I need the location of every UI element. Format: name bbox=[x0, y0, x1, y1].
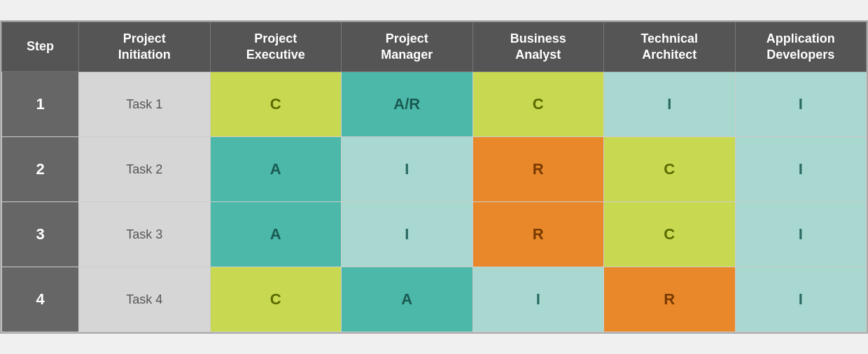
task-cell: Task 3 bbox=[79, 202, 211, 267]
col-header-application-developers: ApplicationDevelopers bbox=[735, 22, 867, 72]
raci-cell-technical_architect: C bbox=[604, 202, 736, 267]
col-header-step: Step bbox=[2, 22, 79, 72]
task-cell: Task 1 bbox=[79, 72, 211, 137]
header-row: Step ProjectInitiation ProjectExecutive … bbox=[2, 22, 867, 72]
col-header-project-initiation: ProjectInitiation bbox=[79, 22, 211, 72]
col-header-business-analyst: BusinessAnalyst bbox=[472, 22, 604, 72]
raci-cell-project_executive: C bbox=[210, 267, 342, 332]
raci-cell-project_manager: A/R bbox=[342, 72, 473, 137]
raci-cell-application_developers: I bbox=[735, 267, 867, 332]
table-row: 1Task 1CA/RCII bbox=[2, 72, 867, 137]
raci-cell-project_executive: A bbox=[210, 137, 342, 202]
raci-cell-application_developers: I bbox=[735, 137, 867, 202]
raci-table: Step ProjectInitiation ProjectExecutive … bbox=[0, 20, 868, 334]
raci-cell-project_executive: C bbox=[210, 72, 342, 137]
raci-cell-project_executive: A bbox=[210, 202, 342, 267]
raci-cell-business_analyst: I bbox=[472, 267, 604, 332]
step-cell: 2 bbox=[2, 137, 79, 202]
col-header-project-manager: ProjectManager bbox=[342, 22, 473, 72]
table-row: 3Task 3AIRCI bbox=[2, 202, 867, 267]
raci-cell-project_manager: I bbox=[342, 202, 473, 267]
task-cell: Task 2 bbox=[79, 137, 211, 202]
raci-cell-project_manager: A bbox=[342, 267, 473, 332]
task-cell: Task 4 bbox=[79, 267, 211, 332]
col-header-project-executive: ProjectExecutive bbox=[210, 22, 342, 72]
step-cell: 4 bbox=[2, 267, 79, 332]
raci-cell-project_manager: I bbox=[342, 137, 473, 202]
step-cell: 3 bbox=[2, 202, 79, 267]
raci-cell-application_developers: I bbox=[735, 202, 867, 267]
raci-cell-technical_architect: C bbox=[604, 137, 736, 202]
table-row: 4Task 4CAIRI bbox=[2, 267, 867, 332]
raci-cell-technical_architect: I bbox=[604, 72, 736, 137]
raci-cell-business_analyst: C bbox=[472, 72, 604, 137]
table-row: 2Task 2AIRCI bbox=[2, 137, 867, 202]
raci-cell-application_developers: I bbox=[735, 72, 867, 137]
raci-cell-business_analyst: R bbox=[472, 137, 604, 202]
raci-cell-technical_architect: R bbox=[604, 267, 736, 332]
step-cell: 1 bbox=[2, 72, 79, 137]
raci-cell-business_analyst: R bbox=[472, 202, 604, 267]
col-header-technical-architect: TechnicalArchitect bbox=[604, 22, 736, 72]
